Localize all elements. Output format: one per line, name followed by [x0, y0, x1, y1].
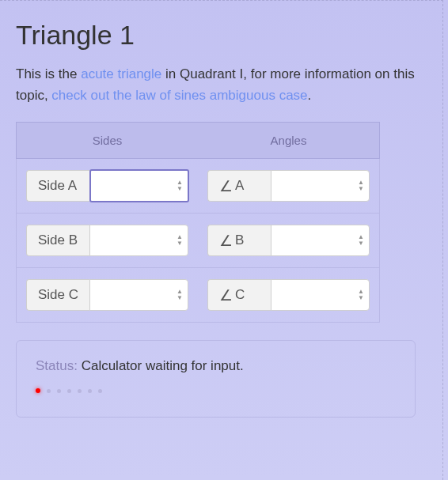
ambiguous-case-link[interactable]: check out the law of sines ambiguous cas… — [51, 88, 307, 103]
progress-dot — [47, 389, 51, 393]
angle-c-input[interactable]: ▲▼ — [271, 279, 370, 311]
status-panel: Status: Calculator waiting for input. — [16, 340, 416, 418]
acute-triangle-link[interactable]: acute triangle — [81, 66, 161, 81]
spinner-icon: ▲▼ — [177, 289, 183, 301]
side-c-input[interactable]: ▲▼ — [89, 279, 188, 311]
progress-dot — [88, 389, 92, 393]
progress-dot — [98, 389, 102, 393]
angle-icon: ∠ — [219, 233, 233, 248]
progress-dot — [67, 389, 71, 393]
progress-dot — [36, 388, 40, 393]
angle-icon: ∠ — [219, 288, 233, 303]
inputs-table: Sides Angles Side A ▲▼ ∠A — [16, 122, 380, 323]
angle-c-label: ∠C — [207, 279, 271, 311]
spinner-icon: ▲▼ — [358, 180, 364, 192]
angle-a-input[interactable]: ▲▼ — [271, 170, 370, 202]
spinner-icon: ▲▼ — [177, 180, 183, 192]
angle-icon: ∠ — [219, 179, 233, 194]
status-label: Status: — [36, 358, 78, 373]
side-a-input[interactable]: ▲▼ — [89, 169, 189, 202]
side-b-input[interactable]: ▲▼ — [89, 225, 188, 256]
col-header-sides: Sides — [16, 122, 198, 159]
side-b-label: Side B — [26, 225, 89, 256]
side-a-label: Side A — [26, 170, 89, 202]
progress-dot — [57, 389, 61, 393]
page-title: Triangle 1 — [16, 20, 427, 51]
angle-b-label: ∠B — [207, 225, 271, 256]
side-c-label: Side C — [26, 279, 89, 311]
status-text: Calculator waiting for input. — [82, 358, 244, 373]
intro-text-1: This is the — [16, 66, 81, 81]
intro-text-3: . — [308, 88, 312, 103]
col-header-angles: Angles — [198, 122, 380, 159]
angle-b-input[interactable]: ▲▼ — [271, 225, 370, 256]
spinner-icon: ▲▼ — [358, 234, 364, 247]
spinner-icon: ▲▼ — [177, 234, 183, 247]
progress-dots — [36, 388, 396, 393]
intro-text: This is the acute triangle in Quadrant I… — [16, 63, 427, 106]
angle-a-label: ∠A — [207, 170, 271, 202]
progress-dot — [78, 389, 82, 393]
spinner-icon: ▲▼ — [358, 289, 364, 301]
